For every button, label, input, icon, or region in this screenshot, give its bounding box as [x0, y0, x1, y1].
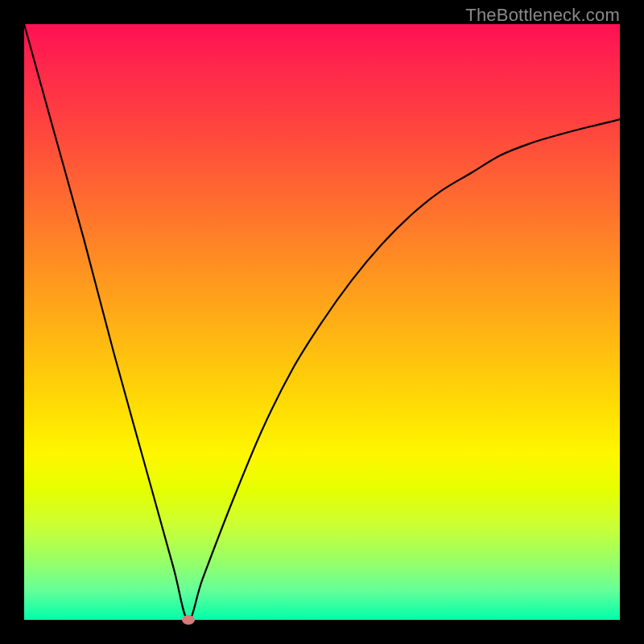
minimum-marker	[182, 615, 195, 625]
attribution-text: TheBottleneck.com	[465, 5, 620, 26]
plot-area	[24, 24, 620, 620]
bottleneck-curve	[24, 24, 620, 620]
chart-stage: TheBottleneck.com	[0, 0, 644, 644]
